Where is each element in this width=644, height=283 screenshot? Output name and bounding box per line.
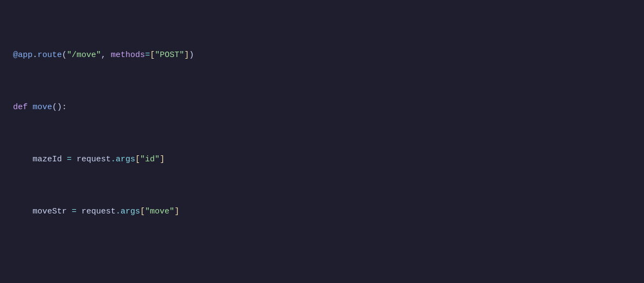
code-block: @app.route("/move", methods=["POST"]) de… <box>11 10 633 283</box>
code-line-1: @app.route("/move", methods=["POST"]) <box>11 49 633 62</box>
code-line-5 <box>11 257 633 271</box>
code-line-4: moveStr = request.args["move"] <box>11 205 633 218</box>
decorator-token: @app <box>13 51 33 60</box>
code-line-2: def move(): <box>11 101 633 114</box>
code-line-3: mazeId = request.args["id"] <box>11 153 633 166</box>
